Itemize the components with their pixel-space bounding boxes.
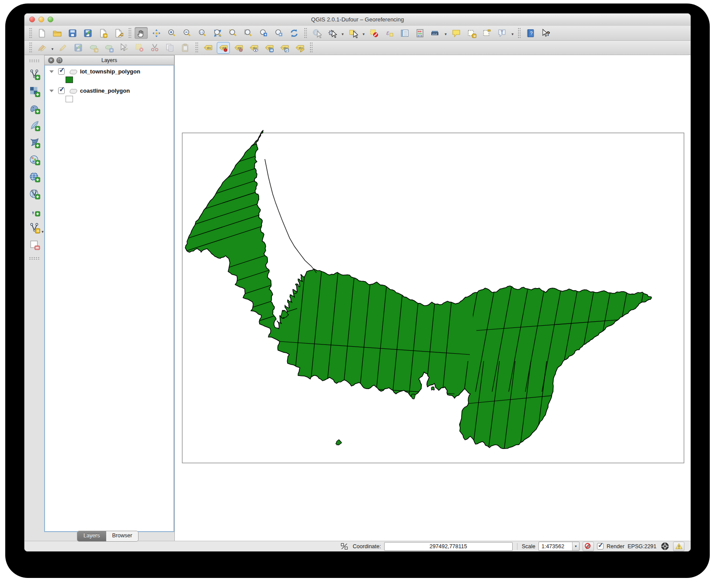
show-hide-labels-button[interactable]: abc xyxy=(247,42,260,54)
layer-color-swatch[interactable] xyxy=(66,77,73,83)
add-spatialite-icon xyxy=(29,120,40,131)
extents-toggle-icon[interactable] xyxy=(339,542,350,551)
svg-text:✳: ✳ xyxy=(155,31,158,35)
refresh-map-button[interactable] xyxy=(288,27,301,39)
zoom-full-extent-button[interactable] xyxy=(211,27,224,39)
layer-visibility-checkbox[interactable]: ✓ xyxy=(58,68,65,75)
new-shapefile-layer-button[interactable]: ✳▼ xyxy=(28,221,42,234)
zoom-in-button[interactable] xyxy=(165,27,178,39)
open-project-button[interactable] xyxy=(51,27,64,39)
map-canvas[interactable] xyxy=(174,55,691,541)
render-checkbox[interactable]: ✓ xyxy=(597,543,604,550)
text-annotation-icon: T xyxy=(497,28,507,38)
node-tool-button xyxy=(118,42,131,54)
zoom-layer-icon xyxy=(243,28,253,38)
pan-map-button[interactable] xyxy=(135,27,148,39)
new-print-composer-button[interactable]: ✳ xyxy=(97,27,110,39)
statistical-summary-button[interactable] xyxy=(413,27,427,39)
add-postgis-layer-button[interactable] xyxy=(28,102,42,115)
zoom-out-button[interactable] xyxy=(180,27,194,39)
layer-tree[interactable]: ✓lot_township_polygon✓coastline_polygon xyxy=(44,65,174,532)
dropdown-arrow-icon[interactable]: ▼ xyxy=(51,47,54,51)
dropdown-arrow-icon[interactable]: ▼ xyxy=(362,32,365,36)
svg-text:✳: ✳ xyxy=(36,228,40,233)
expand-triangle-icon[interactable] xyxy=(49,70,54,73)
zoom-native-resolution-button[interactable]: 1:1 xyxy=(196,27,209,39)
scale-combo[interactable]: 1:473562 ▼ xyxy=(538,542,580,551)
dropdown-arrow-icon[interactable]: ▼ xyxy=(511,32,514,36)
attribute-table-icon xyxy=(400,28,410,38)
svg-text:1:1: 1:1 xyxy=(200,31,203,33)
add-wms-layer-button[interactable] xyxy=(28,153,42,166)
layer-visibility-checkbox[interactable]: ✓ xyxy=(58,87,65,94)
svg-text:?: ? xyxy=(546,30,550,37)
new-bookmark-button[interactable]: ✳ xyxy=(465,27,478,39)
zoom-last-button[interactable] xyxy=(257,27,270,39)
open-attribute-table-button[interactable] xyxy=(398,27,411,39)
select-features-button[interactable] xyxy=(347,27,360,39)
label-hold-icon: abc xyxy=(234,43,243,52)
layer-color-swatch[interactable] xyxy=(66,96,73,102)
add-mssql-layer-button[interactable] xyxy=(28,136,42,149)
select-by-expression-button[interactable]: ε xyxy=(383,27,396,39)
composer-manager-button[interactable] xyxy=(112,27,125,39)
zoom-to-selection-button[interactable] xyxy=(226,27,239,39)
add-spatialite-layer-button[interactable] xyxy=(28,119,42,132)
panel-tab-layers[interactable]: Layers xyxy=(77,531,106,541)
deselect-features-button[interactable] xyxy=(368,27,381,39)
measure-line-button[interactable] xyxy=(429,27,442,39)
whats-this-button[interactable]: ? xyxy=(539,27,552,39)
layer-item[interactable]: ✓coastline_polygon xyxy=(45,87,174,95)
add-vector-layer-button[interactable] xyxy=(28,68,42,81)
change-label-button[interactable]: abc xyxy=(293,42,306,54)
crs-status-icon[interactable] xyxy=(659,542,670,551)
add-wcs-layer-button[interactable] xyxy=(28,170,42,183)
add-delimited-text-layer-button[interactable]: , xyxy=(28,204,42,217)
add-raster-layer-button[interactable] xyxy=(28,85,42,98)
save-edits-icon xyxy=(73,43,83,52)
save-project-button[interactable] xyxy=(66,27,79,39)
log-messages-warning-icon[interactable] xyxy=(673,542,684,551)
zoom-next-button[interactable] xyxy=(272,27,285,39)
scale-dropdown-icon[interactable]: ▼ xyxy=(572,542,579,550)
polygon-layer-icon xyxy=(69,68,78,77)
zoom-to-layer-button[interactable] xyxy=(242,27,255,39)
svg-text:✳: ✳ xyxy=(104,34,108,38)
islet-polygon xyxy=(431,386,434,390)
panel-tab-browser[interactable]: Browser xyxy=(106,531,139,541)
digitizing-label-toolbar: ▼✳abcabcabcabcabcabcabc xyxy=(24,41,691,55)
layer-labeling-button[interactable]: abc xyxy=(201,42,215,54)
save-project-as-button[interactable] xyxy=(81,27,94,39)
svg-text:✳: ✳ xyxy=(473,34,476,38)
highlight-pinned-labels-button[interactable]: abc xyxy=(232,42,245,54)
layers-panel-header[interactable]: ✕ ❐ Layers xyxy=(44,55,174,65)
svg-text:ε: ε xyxy=(386,29,389,36)
map-render xyxy=(175,55,691,542)
rotate-label-button[interactable]: abc xyxy=(278,42,291,54)
move-label-button[interactable]: abc xyxy=(263,42,276,54)
layer-item[interactable]: ✓lot_township_polygon xyxy=(45,67,174,76)
pin-unpin-labels-button[interactable]: abc xyxy=(217,42,230,54)
map-tips-button[interactable] xyxy=(450,27,463,39)
show-bookmarks-button[interactable] xyxy=(480,27,493,39)
stop-rendering-icon[interactable] xyxy=(583,542,594,551)
add-wfs-layer-button[interactable] xyxy=(28,187,42,200)
title-bar[interactable]: QGIS 2.0.1-Dufour – Georeferencing xyxy=(24,14,691,26)
pan-to-selection-button[interactable]: ✳ xyxy=(150,27,163,39)
new-project-button[interactable] xyxy=(35,27,49,39)
toolbar-drag-handle xyxy=(195,42,198,53)
dropdown-arrow-icon[interactable]: ▼ xyxy=(341,32,344,36)
svg-text:i: i xyxy=(315,30,316,35)
delete-selected-button xyxy=(133,42,146,54)
add-delimited-icon: , xyxy=(29,205,40,216)
help-contents-button[interactable]: ? xyxy=(524,27,537,39)
run-feature-action-button[interactable] xyxy=(326,27,339,39)
remove-layer-button[interactable] xyxy=(28,238,42,251)
add-mssql-icon xyxy=(29,137,40,148)
text-annotation-button[interactable]: T xyxy=(496,27,509,39)
coordinate-input[interactable] xyxy=(384,542,513,551)
expand-triangle-icon[interactable] xyxy=(49,90,54,92)
svg-text:?: ? xyxy=(530,30,532,35)
status-separator xyxy=(517,543,517,550)
dropdown-arrow-icon[interactable]: ▼ xyxy=(444,32,448,36)
